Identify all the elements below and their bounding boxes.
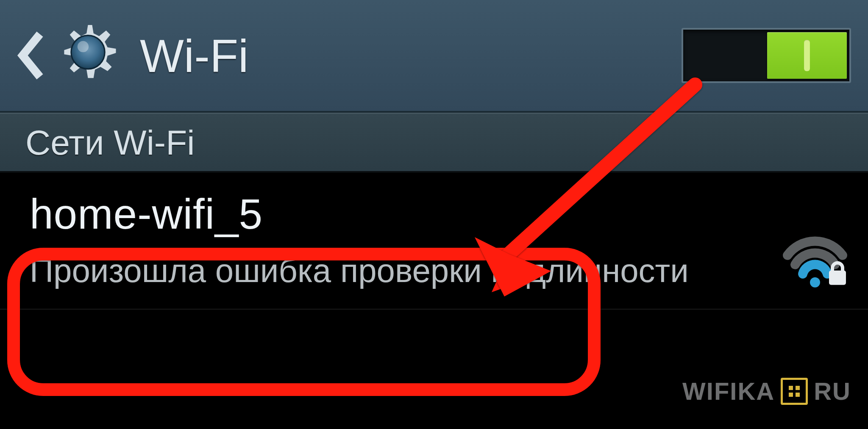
wifi-settings-screen: Wi-Fi Сети Wi-Fi home-wifi_5 Произошла о… xyxy=(0,0,868,429)
back-button[interactable] xyxy=(8,17,127,95)
watermark-right: RU xyxy=(814,377,851,405)
gear-icon xyxy=(53,21,123,91)
section-title: Сети Wi-Fi xyxy=(25,123,195,163)
network-ssid: home-wifi_5 xyxy=(30,190,775,238)
toggle-on-indicator xyxy=(767,32,847,79)
network-list: home-wifi_5 Произошла ошибка проверки по… xyxy=(0,173,868,310)
page-title: Wi-Fi xyxy=(140,29,249,83)
svg-point-0 xyxy=(71,35,105,69)
wifi-toggle[interactable] xyxy=(682,28,851,83)
svg-rect-3 xyxy=(829,271,846,285)
watermark: WIFIKA RU xyxy=(682,377,851,405)
network-item[interactable]: home-wifi_5 Произошла ошибка проверки по… xyxy=(0,173,868,310)
chevron-left-icon xyxy=(13,30,49,81)
watermark-qr-icon xyxy=(781,378,808,405)
svg-point-1 xyxy=(78,41,89,52)
wifi-secured-icon xyxy=(779,230,851,289)
watermark-left: WIFIKA xyxy=(682,377,775,405)
svg-point-2 xyxy=(810,277,820,288)
app-bar: Wi-Fi xyxy=(0,0,868,113)
network-status: Произошла ошибка проверки подлинности xyxy=(30,250,775,292)
section-header: Сети Wi-Fi xyxy=(0,113,868,173)
